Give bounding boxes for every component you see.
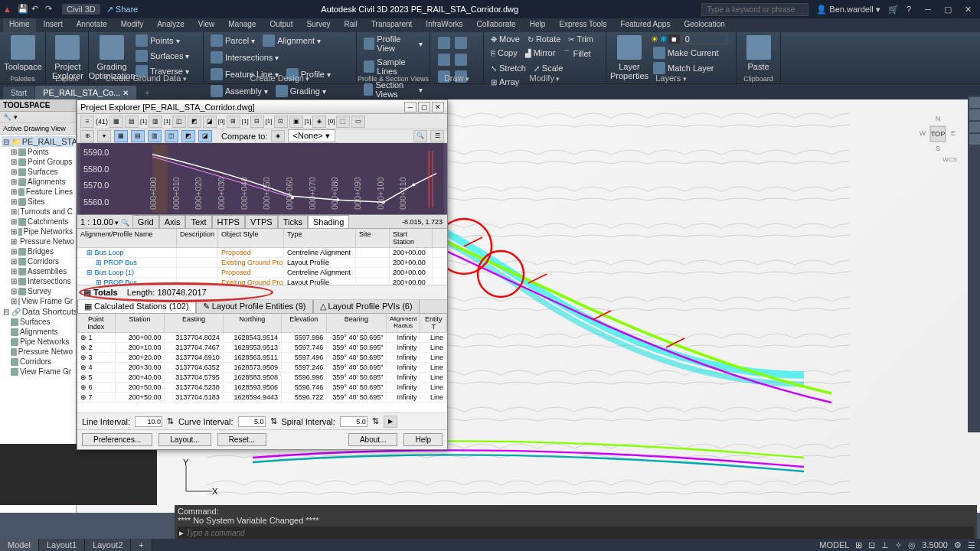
copy-btn[interactable]: ⎘ Copy bbox=[488, 47, 520, 58]
pe-tb-b5[interactable]: ◩ bbox=[188, 116, 201, 128]
subtab-calc[interactable]: ▦ Calculated Stations (102) bbox=[77, 299, 196, 314]
makecurrent-btn[interactable]: Make Current bbox=[651, 46, 727, 60]
curve-interval-input[interactable] bbox=[238, 416, 266, 427]
pe-tab-grid[interactable]: Grid bbox=[132, 215, 159, 229]
tree-surfaces[interactable]: ⊞ Surfaces bbox=[2, 167, 74, 177]
menu-insert[interactable]: Insert bbox=[38, 18, 69, 32]
pe-compare-icon[interactable]: ◈ bbox=[271, 130, 285, 142]
help-search[interactable] bbox=[701, 3, 808, 16]
pe-tab-text[interactable]: Text bbox=[185, 215, 211, 229]
preferences-button[interactable]: Preferences... bbox=[82, 433, 152, 446]
toolspace-toolbar[interactable]: 🔧 ▾ bbox=[0, 112, 76, 123]
pe-tb-b2[interactable]: ▤ bbox=[125, 116, 139, 128]
share-btn[interactable]: ↗ Share bbox=[106, 5, 138, 15]
status-osnap-icon[interactable]: ◎ bbox=[908, 540, 916, 550]
nav-wheel-icon[interactable] bbox=[969, 97, 980, 108]
dgh-sta[interactable]: Station bbox=[116, 314, 165, 332]
tree-corridors[interactable]: ⊞ Corridors bbox=[2, 256, 74, 266]
curve-spin[interactable]: ⇅ bbox=[270, 416, 277, 426]
cart-icon[interactable]: 🛒 bbox=[888, 5, 899, 15]
menu-expresstools[interactable]: Express Tools bbox=[553, 18, 612, 32]
gh-site[interactable]: Site bbox=[356, 229, 390, 247]
dgh-ent[interactable]: Entity T bbox=[420, 314, 447, 332]
tree-assemblies[interactable]: ⊞ Assemblies bbox=[2, 266, 74, 276]
dg-row[interactable]: ⊕ 3200+20.003137704.69101628563.95115597… bbox=[77, 353, 447, 363]
pe-row[interactable]: ⊞ PROP BusExisting Ground ProfileLayout … bbox=[77, 278, 447, 285]
qat-group[interactable]: 💾 ↶ ↷ bbox=[18, 4, 56, 15]
stretch-btn[interactable]: ⤡ Stretch bbox=[488, 63, 528, 73]
dgh-el[interactable]: Elevation bbox=[282, 314, 327, 332]
gh-name[interactable]: Alignment/Profile Name bbox=[77, 229, 177, 247]
circle-icon[interactable] bbox=[438, 54, 450, 66]
dg-row[interactable]: ⊕ 4200+30.003137704.63521628573.95095597… bbox=[77, 363, 447, 373]
nav-zoom-icon[interactable] bbox=[969, 122, 980, 132]
pe-tb-b7[interactable]: ⊞ bbox=[227, 116, 240, 128]
toolspace-btn[interactable]: Toolspace bbox=[5, 34, 41, 73]
tab-layout1[interactable]: Layout1 bbox=[39, 539, 85, 551]
dgh-rad[interactable]: Alignment Radius bbox=[387, 314, 421, 332]
interval-apply[interactable]: ▶ bbox=[384, 416, 397, 428]
pe-tb-bc[interactable]: ⬚ bbox=[336, 116, 350, 128]
pe-tab-htps[interactable]: HTPS bbox=[212, 215, 245, 229]
dgh-idx[interactable]: Point Index bbox=[77, 314, 116, 332]
pe-titlebar[interactable]: Project Explorer [PE_RAIL_STA_Corridor.d… bbox=[77, 100, 447, 114]
maximize-btn[interactable]: ▢ bbox=[939, 2, 957, 17]
layout-button[interactable]: Layout... bbox=[158, 433, 211, 446]
subtab-pvis[interactable]: △ Layout Profile PVIs (6) bbox=[313, 299, 420, 314]
status-scale[interactable]: 3.5000 bbox=[922, 540, 948, 549]
status-snap-icon[interactable]: ⊡ bbox=[868, 540, 875, 550]
menu-manage[interactable]: Manage bbox=[222, 18, 262, 32]
pe-tb-b9[interactable]: ⊡ bbox=[274, 116, 288, 128]
tree-catchments[interactable]: ⊞ Catchments bbox=[2, 217, 74, 227]
pe-tb-b8[interactable]: ⊟ bbox=[250, 116, 264, 128]
menu-survey[interactable]: Survey bbox=[300, 18, 336, 32]
pe-tab-ticks[interactable]: Ticks bbox=[278, 215, 308, 229]
tab-model[interactable]: Model bbox=[0, 539, 39, 551]
tree-pointgroups[interactable]: ⊞ Point Groups bbox=[2, 157, 74, 167]
points-btn[interactable]: Points ▾ bbox=[133, 34, 191, 47]
sc-corridors[interactable]: Corridors bbox=[2, 357, 74, 367]
paste-btn[interactable]: Paste bbox=[741, 34, 776, 73]
about-button[interactable]: About... bbox=[348, 433, 397, 446]
tree-intersections[interactable]: ⊞ Intersections bbox=[2, 276, 74, 286]
menu-geolocation[interactable]: Geolocation bbox=[678, 18, 730, 32]
trim-btn[interactable]: ✂ Trim bbox=[566, 34, 596, 44]
tree-pressurenetwo[interactable]: ⊞ Pressure Netwo bbox=[2, 236, 74, 246]
mirror-btn[interactable]: ▟ Mirror bbox=[523, 47, 558, 58]
gh-obj[interactable]: Object Style bbox=[218, 229, 284, 247]
surfaces-btn[interactable]: Surfaces ▾ bbox=[133, 49, 191, 63]
pe-v5[interactable]: ◩ bbox=[181, 130, 195, 142]
pe-close-btn[interactable]: ✕ bbox=[432, 102, 444, 112]
pe-tab-vtps[interactable]: VTPS bbox=[245, 215, 278, 229]
minimize-btn[interactable]: ─ bbox=[919, 2, 937, 17]
active-view-selector[interactable]: Active Drawing View bbox=[0, 123, 76, 135]
user-menu[interactable]: 👤 Ben.wardell ▾ bbox=[816, 5, 880, 15]
tab-add[interactable]: + bbox=[137, 86, 157, 99]
status-menu-icon[interactable]: ☰ bbox=[968, 540, 975, 550]
menu-infraworks[interactable]: InfraWorks bbox=[420, 18, 469, 32]
pe-scale[interactable]: 1 : 10.00 ▾ 🔍 bbox=[77, 216, 132, 228]
dg-row[interactable]: ⊕ 2200+10.003137704.74671628553.95135597… bbox=[77, 343, 447, 353]
pe-fit-btn[interactable]: ⊕ bbox=[80, 130, 94, 142]
pe-tb-bd[interactable]: ▭ bbox=[351, 116, 365, 128]
status-gear-icon[interactable]: ⚙ bbox=[954, 540, 962, 550]
tree-featurelines[interactable]: ⊞ Feature Lines bbox=[2, 187, 74, 197]
pe-zoom-btn[interactable]: ▾ bbox=[97, 130, 111, 142]
layer-selector[interactable]: ☀❄■0 bbox=[651, 34, 727, 44]
dgh-br[interactable]: Bearing bbox=[327, 314, 387, 332]
profileview-btn[interactable]: Profile View ▾ bbox=[361, 34, 425, 54]
assembly-btn[interactable]: Assembly ▾ bbox=[208, 84, 270, 98]
poly-icon[interactable] bbox=[455, 54, 467, 66]
tab-start[interactable]: Start bbox=[3, 86, 34, 99]
pe-tb-b4[interactable]: ◫ bbox=[172, 116, 186, 128]
pe-datagrid[interactable]: Point Index Station Easting Northing Ele… bbox=[77, 314, 447, 412]
pe-row[interactable]: ⊞ Bus LoopProposedCentreline Alignment20… bbox=[77, 248, 447, 258]
arc-icon[interactable] bbox=[455, 37, 467, 49]
pe-v1[interactable]: ▦ bbox=[114, 130, 128, 142]
line-interval-input[interactable] bbox=[135, 416, 162, 427]
viewcube[interactable]: N E S W TOP WCS bbox=[919, 115, 957, 153]
pe-min-btn[interactable]: ─ bbox=[404, 102, 416, 112]
redo-icon[interactable]: ↷ bbox=[45, 4, 56, 15]
tree-root[interactable]: ⊟ 📁 PE_RAIL_STA_Cor bbox=[2, 136, 74, 147]
pe-tb-align[interactable]: ≡ bbox=[80, 116, 94, 128]
